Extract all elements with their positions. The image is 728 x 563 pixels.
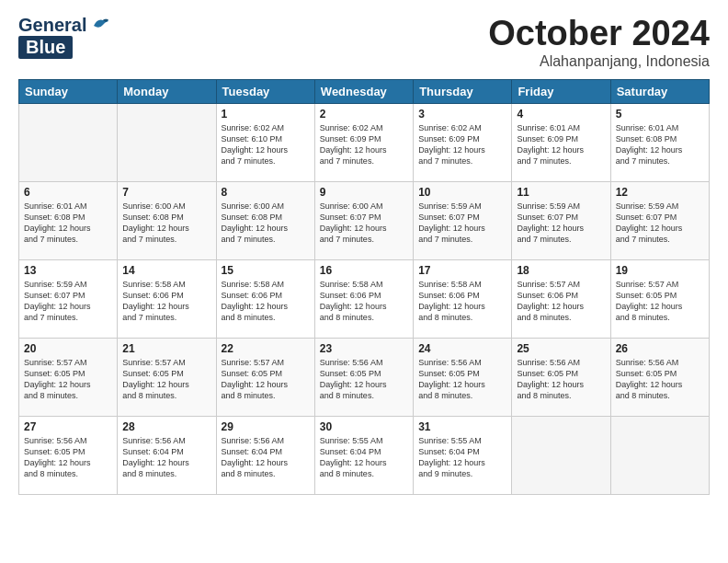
- logo: General Blue: [18, 15, 110, 59]
- calendar-week-row: 13Sunrise: 5:59 AM Sunset: 6:07 PM Dayli…: [19, 259, 710, 338]
- calendar-cell: 23Sunrise: 5:56 AM Sunset: 6:05 PM Dayli…: [314, 338, 413, 416]
- day-info: Sunrise: 6:02 AM Sunset: 6:09 PM Dayligh…: [320, 122, 408, 167]
- day-number: 11: [517, 186, 605, 199]
- day-number: 24: [418, 342, 506, 355]
- calendar-table: SundayMondayTuesdayWednesdayThursdayFrid…: [18, 79, 710, 495]
- day-number: 1: [222, 108, 310, 121]
- day-number: 15: [222, 264, 310, 277]
- calendar-cell: 20Sunrise: 5:57 AM Sunset: 6:05 PM Dayli…: [19, 338, 118, 416]
- calendar-cell: [118, 103, 216, 181]
- calendar-week-row: 1Sunrise: 6:02 AM Sunset: 6:10 PM Daylig…: [19, 103, 710, 181]
- day-info: Sunrise: 5:58 AM Sunset: 6:06 PM Dayligh…: [222, 279, 310, 324]
- calendar-header-monday: Monday: [118, 79, 216, 103]
- day-number: 14: [122, 264, 210, 277]
- day-info: Sunrise: 5:59 AM Sunset: 6:07 PM Dayligh…: [24, 279, 112, 324]
- day-number: 30: [320, 420, 408, 433]
- day-number: 13: [24, 264, 112, 277]
- day-number: 23: [320, 342, 408, 355]
- day-info: Sunrise: 5:59 AM Sunset: 6:07 PM Dayligh…: [616, 201, 704, 246]
- calendar-header-thursday: Thursday: [414, 79, 512, 103]
- day-number: 9: [320, 186, 408, 199]
- calendar-header-saturday: Saturday: [610, 79, 709, 103]
- calendar-cell: 27Sunrise: 5:56 AM Sunset: 6:05 PM Dayli…: [19, 416, 118, 494]
- day-number: 3: [418, 108, 506, 121]
- calendar-header-wednesday: Wednesday: [314, 79, 413, 103]
- calendar-cell: 2Sunrise: 6:02 AM Sunset: 6:09 PM Daylig…: [314, 103, 413, 181]
- calendar-cell: [512, 416, 610, 494]
- calendar-cell: 15Sunrise: 5:58 AM Sunset: 6:06 PM Dayli…: [216, 259, 314, 338]
- month-title: October 2024: [488, 15, 710, 53]
- day-info: Sunrise: 6:01 AM Sunset: 6:08 PM Dayligh…: [616, 122, 704, 167]
- day-number: 10: [418, 186, 506, 199]
- calendar-cell: 13Sunrise: 5:59 AM Sunset: 6:07 PM Dayli…: [19, 259, 118, 338]
- day-info: Sunrise: 5:57 AM Sunset: 6:05 PM Dayligh…: [222, 357, 310, 402]
- calendar-cell: 28Sunrise: 5:56 AM Sunset: 6:04 PM Dayli…: [118, 416, 216, 494]
- calendar-cell: 8Sunrise: 6:00 AM Sunset: 6:08 PM Daylig…: [216, 181, 314, 259]
- calendar-week-row: 20Sunrise: 5:57 AM Sunset: 6:05 PM Dayli…: [19, 338, 710, 416]
- calendar-cell: 12Sunrise: 5:59 AM Sunset: 6:07 PM Dayli…: [610, 181, 709, 259]
- day-number: 20: [24, 342, 112, 355]
- calendar-cell: 11Sunrise: 5:59 AM Sunset: 6:07 PM Dayli…: [512, 181, 610, 259]
- calendar-cell: 22Sunrise: 5:57 AM Sunset: 6:05 PM Dayli…: [216, 338, 314, 416]
- day-number: 17: [418, 264, 506, 277]
- calendar-week-row: 6Sunrise: 6:01 AM Sunset: 6:08 PM Daylig…: [19, 181, 710, 259]
- day-number: 26: [616, 342, 704, 355]
- day-number: 16: [320, 264, 408, 277]
- day-info: Sunrise: 6:00 AM Sunset: 6:07 PM Dayligh…: [320, 201, 408, 246]
- calendar-cell: 30Sunrise: 5:55 AM Sunset: 6:04 PM Dayli…: [314, 416, 413, 494]
- calendar-cell: 31Sunrise: 5:55 AM Sunset: 6:04 PM Dayli…: [414, 416, 512, 494]
- day-number: 4: [517, 108, 605, 121]
- calendar-header-row: SundayMondayTuesdayWednesdayThursdayFrid…: [19, 79, 710, 103]
- day-info: Sunrise: 5:56 AM Sunset: 6:04 PM Dayligh…: [222, 435, 310, 480]
- calendar-cell: 29Sunrise: 5:56 AM Sunset: 6:04 PM Dayli…: [216, 416, 314, 494]
- day-info: Sunrise: 5:58 AM Sunset: 6:06 PM Dayligh…: [320, 279, 408, 324]
- calendar-cell: 7Sunrise: 6:00 AM Sunset: 6:08 PM Daylig…: [118, 181, 216, 259]
- day-info: Sunrise: 5:57 AM Sunset: 6:05 PM Dayligh…: [24, 357, 112, 402]
- calendar-cell: 18Sunrise: 5:57 AM Sunset: 6:06 PM Dayli…: [512, 259, 610, 338]
- day-number: 28: [122, 420, 210, 433]
- day-info: Sunrise: 5:58 AM Sunset: 6:06 PM Dayligh…: [418, 279, 506, 324]
- page: General Blue October 2024 Alahanpanjang,…: [0, 0, 728, 563]
- day-number: 21: [122, 342, 210, 355]
- day-info: Sunrise: 5:56 AM Sunset: 6:04 PM Dayligh…: [122, 435, 210, 480]
- calendar-cell: 14Sunrise: 5:58 AM Sunset: 6:06 PM Dayli…: [118, 259, 216, 338]
- title-block: October 2024 Alahanpanjang, Indonesia: [488, 15, 710, 70]
- day-info: Sunrise: 6:00 AM Sunset: 6:08 PM Dayligh…: [222, 201, 310, 246]
- day-info: Sunrise: 5:57 AM Sunset: 6:06 PM Dayligh…: [517, 279, 605, 324]
- day-number: 25: [517, 342, 605, 355]
- day-info: Sunrise: 6:02 AM Sunset: 6:09 PM Dayligh…: [418, 122, 506, 167]
- day-info: Sunrise: 5:59 AM Sunset: 6:07 PM Dayligh…: [517, 201, 605, 246]
- calendar-header-friday: Friday: [512, 79, 610, 103]
- calendar-cell: 24Sunrise: 5:56 AM Sunset: 6:05 PM Dayli…: [414, 338, 512, 416]
- day-number: 29: [222, 420, 310, 433]
- calendar-cell: [19, 103, 118, 181]
- day-number: 6: [24, 186, 112, 199]
- calendar-cell: 4Sunrise: 6:01 AM Sunset: 6:09 PM Daylig…: [512, 103, 610, 181]
- day-info: Sunrise: 5:56 AM Sunset: 6:05 PM Dayligh…: [418, 357, 506, 402]
- header: General Blue October 2024 Alahanpanjang,…: [18, 15, 710, 70]
- day-info: Sunrise: 5:55 AM Sunset: 6:04 PM Dayligh…: [418, 435, 506, 480]
- day-number: 7: [122, 186, 210, 199]
- calendar-cell: [610, 416, 709, 494]
- calendar-cell: 6Sunrise: 6:01 AM Sunset: 6:08 PM Daylig…: [19, 181, 118, 259]
- day-number: 19: [616, 264, 704, 277]
- calendar-cell: 3Sunrise: 6:02 AM Sunset: 6:09 PM Daylig…: [414, 103, 512, 181]
- day-number: 18: [517, 264, 605, 277]
- day-info: Sunrise: 5:57 AM Sunset: 6:05 PM Dayligh…: [122, 357, 210, 402]
- calendar-cell: 21Sunrise: 5:57 AM Sunset: 6:05 PM Dayli…: [118, 338, 216, 416]
- day-number: 27: [24, 420, 112, 433]
- day-info: Sunrise: 6:01 AM Sunset: 6:09 PM Dayligh…: [517, 122, 605, 167]
- calendar-cell: 5Sunrise: 6:01 AM Sunset: 6:08 PM Daylig…: [610, 103, 709, 181]
- calendar-cell: 17Sunrise: 5:58 AM Sunset: 6:06 PM Dayli…: [414, 259, 512, 338]
- calendar-header-tuesday: Tuesday: [216, 79, 314, 103]
- day-info: Sunrise: 6:02 AM Sunset: 6:10 PM Dayligh…: [222, 122, 310, 167]
- calendar-cell: 19Sunrise: 5:57 AM Sunset: 6:05 PM Dayli…: [610, 259, 709, 338]
- day-info: Sunrise: 5:57 AM Sunset: 6:05 PM Dayligh…: [616, 279, 704, 324]
- calendar-cell: 9Sunrise: 6:00 AM Sunset: 6:07 PM Daylig…: [314, 181, 413, 259]
- calendar-cell: 1Sunrise: 6:02 AM Sunset: 6:10 PM Daylig…: [216, 103, 314, 181]
- day-info: Sunrise: 6:01 AM Sunset: 6:08 PM Dayligh…: [24, 201, 112, 246]
- day-info: Sunrise: 5:56 AM Sunset: 6:05 PM Dayligh…: [517, 357, 605, 402]
- location-title: Alahanpanjang, Indonesia: [488, 53, 710, 70]
- day-info: Sunrise: 5:58 AM Sunset: 6:06 PM Dayligh…: [122, 279, 210, 324]
- day-info: Sunrise: 6:00 AM Sunset: 6:08 PM Dayligh…: [122, 201, 210, 246]
